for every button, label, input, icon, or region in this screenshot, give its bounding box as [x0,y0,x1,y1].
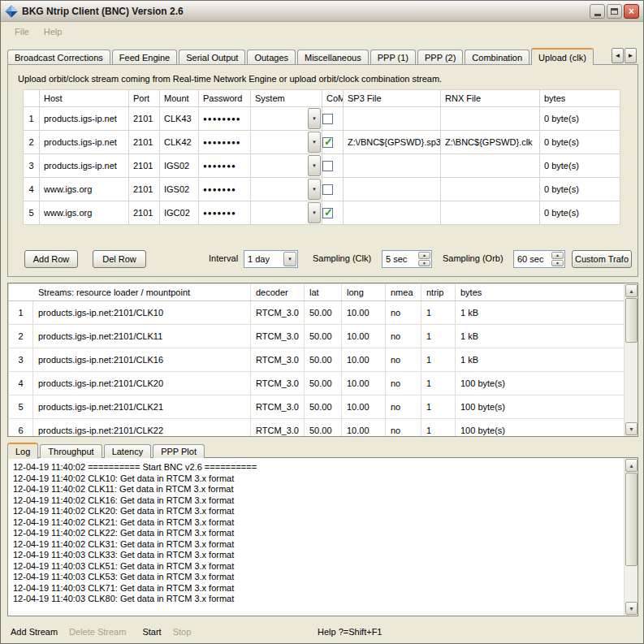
scroll-down-icon[interactable]: ▼ [625,602,638,615]
scroll-thumb[interactable] [625,473,638,566]
host-cell[interactable]: products.igs-ip.net [40,154,129,178]
delete-stream-action[interactable]: Delete Stream [69,627,126,637]
sampling-orb-value[interactable]: 60 sec [514,251,551,267]
tab-log[interactable]: Log [7,443,38,459]
tab-outages[interactable]: Outages [247,50,296,64]
com-checkbox[interactable] [322,114,333,124]
chevron-down-icon[interactable]: ▼ [308,202,321,223]
spin-down-icon[interactable]: ▼ [551,260,564,267]
rnx-cell[interactable]: Z:\BNC${GPSWD}.clk [441,131,540,154]
system-dropdown[interactable]: ▼ [251,201,322,224]
port-cell[interactable]: 2101 [129,131,160,154]
tab-scroll-left-icon[interactable]: ◄ [612,48,624,63]
tab-broadcast-corrections[interactable]: Broadcast Corrections [7,50,110,64]
port-cell[interactable]: 2101 [129,201,160,225]
tab-throughput[interactable]: Throughput [40,444,102,458]
chevron-down-icon[interactable]: ▼ [283,252,296,266]
port-cell[interactable]: 2101 [129,178,160,201]
password-cell[interactable]: ●●●●●●● [199,201,251,225]
chevron-down-icon[interactable]: ▼ [308,155,321,176]
start-action[interactable]: Start [142,627,161,637]
system-dropdown[interactable]: ▼ [251,131,322,153]
tab-upload-clk[interactable]: Upload (clk) [531,48,594,65]
sampling-clk-spinner[interactable]: 5 sec ▲ ▼ [382,250,432,268]
sp3-cell[interactable] [344,107,441,131]
sampling-clk-value[interactable]: 5 sec [383,251,417,267]
stream-row[interactable]: 4 products.igs-ip.net:2101/CLK20 RTCM_3.… [9,372,625,395]
stream-row[interactable]: 6 products.igs-ip.net:2101/CLK22 RTCM_3.… [9,419,625,438]
log-vertical-scrollbar[interactable]: ▲ ▼ [624,458,638,616]
scroll-thumb[interactable] [625,298,638,343]
interval-dropdown[interactable]: 1 day ▼ [244,250,298,268]
password-cell[interactable]: ●●●●●●●● [199,131,251,154]
mount-cell[interactable]: IGC02 [160,201,199,225]
scroll-down-icon[interactable]: ▼ [625,422,638,435]
chevron-down-icon[interactable]: ▼ [308,108,321,129]
table-row[interactable]: 5 www.igs.org 2101 IGC02 ●●●●●●● ▼ 0 byt… [24,201,620,225]
table-row[interactable]: 2 products.igs-ip.net 2101 CLK42 ●●●●●●●… [24,131,620,154]
add-stream-action[interactable]: Add Stream [11,627,58,637]
rnx-cell[interactable] [441,154,540,178]
system-dropdown[interactable]: ▼ [251,107,322,130]
tab-feed-engine[interactable]: Feed Engine [112,50,177,64]
maximize-button[interactable] [607,4,622,19]
table-row[interactable]: 1 products.igs-ip.net 2101 CLK43 ●●●●●●●… [24,107,620,131]
port-cell[interactable]: 2101 [129,154,160,178]
com-checkbox[interactable] [322,161,333,171]
stream-row[interactable]: 1 products.igs-ip.net:2101/CLK10 RTCM_3.… [9,301,625,325]
sp3-cell[interactable] [344,154,441,178]
host-cell[interactable]: products.igs-ip.net [40,131,129,154]
table-row[interactable]: 4 www.igs.org 2101 IGS02 ●●●●●●● ▼ 0 byt… [24,178,620,201]
table-row[interactable]: 3 products.igs-ip.net 2101 IGS02 ●●●●●●●… [24,154,620,178]
del-row-button[interactable]: Del Row [93,250,146,268]
system-dropdown[interactable]: ▼ [251,178,322,201]
stream-row[interactable]: 3 products.igs-ip.net:2101/CLK16 RTCM_3.… [9,348,625,372]
tab-ppp-1[interactable]: PPP (1) [370,50,416,64]
sampling-orb-spinner[interactable]: 60 sec ▲ ▼ [513,250,565,268]
mount-cell[interactable]: IGS02 [160,154,199,178]
spin-down-icon[interactable]: ▼ [418,260,430,267]
sp3-cell[interactable] [344,178,441,201]
minimize-button[interactable] [590,4,605,19]
host-cell[interactable]: products.igs-ip.net [40,107,129,131]
chevron-down-icon[interactable]: ▼ [308,179,321,200]
scroll-up-icon[interactable]: ▲ [625,459,638,472]
stop-action[interactable]: Stop [173,627,192,637]
host-cell[interactable]: www.igs.org [40,201,129,225]
menu-file[interactable]: File [7,25,37,38]
tab-ppp-plot[interactable]: PPP Plot [153,444,205,458]
sp3-cell[interactable] [344,201,441,225]
scroll-up-icon[interactable]: ▲ [625,284,638,297]
password-cell[interactable]: ●●●●●●●● [199,107,251,131]
stream-row[interactable]: 2 products.igs-ip.net:2101/CLK11 RTCM_3.… [9,325,625,348]
rnx-cell[interactable] [441,178,540,201]
system-dropdown[interactable]: ▼ [251,154,322,177]
com-checkbox[interactable] [322,184,333,195]
tab-scroll-right-icon[interactable]: ► [625,48,637,63]
sp3-cell[interactable]: Z:\/BNC${GPSWD}.sp3 [344,131,441,154]
custom-trafo-button[interactable]: Custom Trafo [572,250,632,268]
port-cell[interactable]: 2101 [129,107,160,131]
com-checkbox[interactable] [322,137,333,148]
password-cell[interactable]: ●●●●●●● [199,178,251,201]
menu-help[interactable]: Help [37,25,70,38]
tab-ppp-2[interactable]: PPP (2) [417,50,463,64]
stream-row[interactable]: 5 products.igs-ip.net:2101/CLK21 RTCM_3.… [9,395,625,419]
rnx-cell[interactable] [441,201,540,225]
mount-cell[interactable]: CLK42 [160,131,199,154]
spin-up-icon[interactable]: ▲ [551,252,564,259]
tab-miscellaneous[interactable]: Miscellaneous [297,50,369,64]
tab-combination[interactable]: Combination [465,50,529,64]
tab-latency[interactable]: Latency [104,444,152,458]
add-row-button[interactable]: Add Row [24,250,78,268]
rnx-cell[interactable] [441,107,540,131]
spin-up-icon[interactable]: ▲ [418,252,430,259]
close-button[interactable]: × [624,4,639,19]
com-checkbox[interactable] [322,208,333,218]
titlebar[interactable]: BKG Ntrip Client (BNC) Version 2.6 × [1,1,643,22]
tab-serial-output[interactable]: Serial Output [179,50,245,64]
mount-cell[interactable]: CLK43 [160,107,199,131]
mount-cell[interactable]: IGS02 [160,178,199,201]
password-cell[interactable]: ●●●●●●● [199,154,251,178]
streams-vertical-scrollbar[interactable]: ▲ ▼ [624,283,638,436]
